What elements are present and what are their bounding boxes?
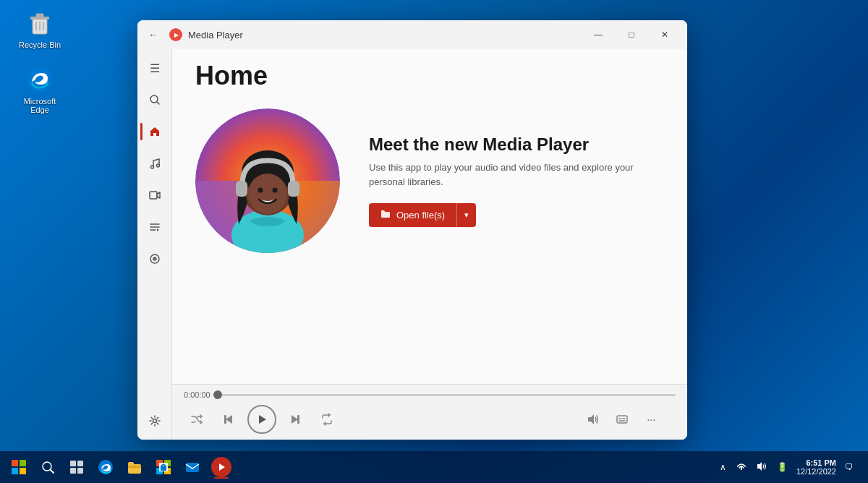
edge-desktop-icon[interactable]: Microsoft Edge xyxy=(14,65,65,114)
controls-row xyxy=(184,405,340,434)
folder-icon xyxy=(380,209,391,221)
start-button[interactable] xyxy=(6,454,32,480)
clock-time: 6:51 PM xyxy=(796,458,836,467)
sidebar: ☰ xyxy=(137,49,172,440)
captions-button[interactable] xyxy=(609,406,635,432)
sidebar-item-cd[interactable] xyxy=(140,244,169,273)
sidebar-item-playlist[interactable] xyxy=(140,213,169,241)
progress-track[interactable] xyxy=(218,394,676,396)
page-title: Home xyxy=(195,61,664,91)
svg-line-46 xyxy=(51,470,54,473)
svg-marker-34 xyxy=(292,415,298,424)
tray-battery[interactable]: 🔋 xyxy=(774,459,791,475)
taskbar-media-player[interactable] xyxy=(208,454,234,480)
progress-thumb xyxy=(213,390,222,399)
open-file-label: Open file(s) xyxy=(396,210,445,221)
edge-image xyxy=(25,65,54,94)
sidebar-item-menu[interactable]: ☰ xyxy=(140,54,169,82)
svg-rect-48 xyxy=(77,461,83,466)
content-area: Home xyxy=(172,49,687,384)
svg-point-28 xyxy=(273,188,278,193)
previous-button[interactable] xyxy=(216,406,242,432)
open-file-button[interactable]: Open file(s) xyxy=(369,203,456,227)
svg-line-8 xyxy=(157,102,159,104)
svg-point-19 xyxy=(153,419,156,423)
svg-rect-32 xyxy=(224,415,226,424)
tray-notification[interactable]: 🗨 xyxy=(842,459,856,475)
tray-chevron[interactable]: ∧ xyxy=(717,459,729,475)
player-bar: 0:00:00 xyxy=(172,384,687,440)
svg-rect-60 xyxy=(186,463,199,472)
close-button[interactable]: ✕ xyxy=(648,24,681,46)
svg-rect-47 xyxy=(70,461,76,466)
next-button[interactable] xyxy=(282,406,308,432)
system-tray: ∧ 🔋 xyxy=(717,458,791,476)
window-title: Media Player xyxy=(188,30,243,40)
maximize-button[interactable]: □ xyxy=(615,24,648,46)
svg-marker-36 xyxy=(588,414,594,424)
svg-marker-31 xyxy=(226,415,232,424)
svg-rect-41 xyxy=(12,460,18,466)
svg-rect-30 xyxy=(288,181,299,197)
taskbar-store[interactable] xyxy=(150,454,176,480)
taskbar-search[interactable] xyxy=(35,454,61,480)
svg-point-27 xyxy=(258,188,263,193)
repeat-button[interactable] xyxy=(314,406,340,432)
title-bar-left: ← Media Player xyxy=(143,25,582,45)
svg-marker-15 xyxy=(157,228,159,231)
sidebar-item-settings[interactable] xyxy=(140,406,169,435)
play-button[interactable] xyxy=(247,405,276,434)
sidebar-item-search[interactable] xyxy=(140,85,169,114)
svg-rect-11 xyxy=(150,192,157,199)
taskbar-explorer[interactable] xyxy=(122,454,148,480)
character-illustration xyxy=(195,108,340,253)
svg-rect-2 xyxy=(36,14,43,17)
back-button[interactable]: ← xyxy=(143,25,163,45)
edge-label: Microsoft Edge xyxy=(14,97,65,114)
svg-rect-42 xyxy=(20,460,26,466)
tray-network[interactable] xyxy=(733,458,749,476)
taskbar-edge[interactable] xyxy=(93,454,119,480)
sidebar-item-music[interactable] xyxy=(140,149,169,178)
taskbar: ∧ 🔋 6:51 PM 12/12/2022 🗨 xyxy=(0,451,868,483)
system-clock[interactable]: 6:51 PM 12/12/2022 xyxy=(796,458,836,476)
svg-rect-44 xyxy=(20,468,26,474)
svg-point-45 xyxy=(43,462,51,471)
svg-point-51 xyxy=(98,460,113,474)
sidebar-item-home[interactable] xyxy=(140,117,169,146)
svg-rect-50 xyxy=(77,468,83,474)
hero-subtitle: Use this app to play your audio and vide… xyxy=(369,161,664,189)
taskbar-mail[interactable] xyxy=(179,454,205,480)
svg-rect-59 xyxy=(161,466,166,471)
svg-rect-49 xyxy=(70,468,76,474)
window-body: ☰ xyxy=(137,49,687,440)
shuffle-button[interactable] xyxy=(184,406,210,432)
more-button[interactable]: ··· xyxy=(638,406,664,432)
title-bar: ← Media Player — □ ✕ xyxy=(137,20,687,49)
recycle-bin-image xyxy=(25,9,54,38)
open-file-dropdown-button[interactable]: ▾ xyxy=(456,203,476,227)
svg-rect-35 xyxy=(297,415,299,424)
current-time: 0:00:00 xyxy=(184,390,210,399)
hero-title: Meet the new Media Player xyxy=(369,134,664,155)
svg-marker-61 xyxy=(219,463,225,471)
recycle-bin-icon[interactable]: Recycle Bin xyxy=(14,9,65,49)
hero-text: Meet the new Media Player Use this app t… xyxy=(369,134,664,227)
taskbar-task-view[interactable] xyxy=(64,454,90,480)
taskbar-right: ∧ 🔋 6:51 PM 12/12/2022 🗨 xyxy=(717,458,862,476)
svg-rect-43 xyxy=(12,468,18,474)
hero-section: Meet the new Media Player Use this app t… xyxy=(195,108,664,253)
svg-rect-29 xyxy=(236,181,247,197)
svg-rect-37 xyxy=(617,416,627,423)
minimize-button[interactable]: — xyxy=(582,24,615,46)
sidebar-item-video[interactable] xyxy=(140,181,169,210)
svg-point-10 xyxy=(156,164,159,167)
svg-point-18 xyxy=(154,258,156,260)
controls-wrapper: ··· xyxy=(184,405,676,434)
progress-row: 0:00:00 xyxy=(184,390,676,399)
volume-button[interactable] xyxy=(580,406,606,432)
app-icon xyxy=(169,28,182,41)
taskbar-left xyxy=(6,454,234,480)
svg-point-9 xyxy=(150,166,153,168)
tray-volume[interactable] xyxy=(754,458,770,476)
